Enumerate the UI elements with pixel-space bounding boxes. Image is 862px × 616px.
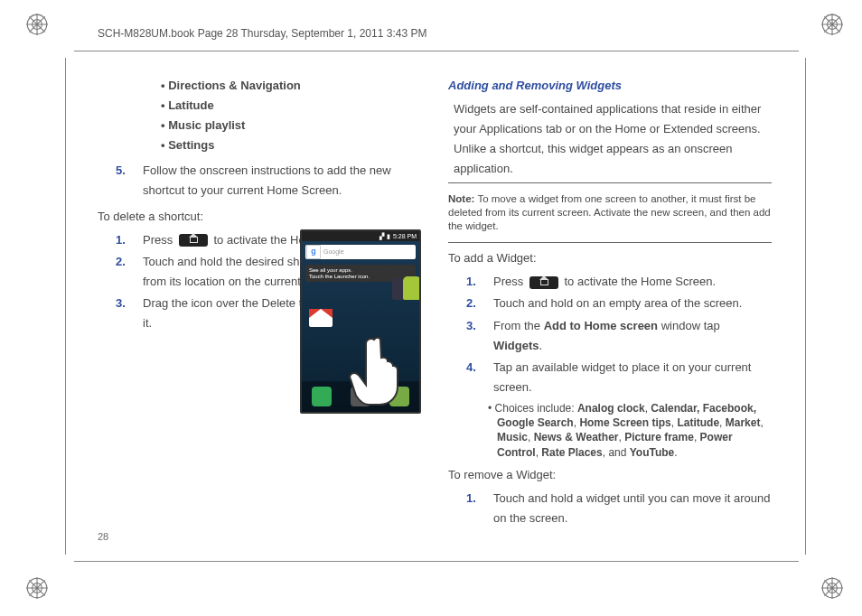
text-bold: YouTube — [630, 446, 675, 459]
home-key-icon — [529, 276, 558, 289]
crop-line — [65, 58, 66, 555]
home-key-icon — [179, 234, 208, 247]
step-number: 3. — [116, 294, 143, 333]
google-g-icon: g — [306, 245, 321, 259]
gmail-icon — [309, 309, 333, 327]
text-bold: Rate Places — [541, 446, 602, 459]
list-item: Music playlist — [161, 116, 421, 135]
text: . — [539, 339, 542, 352]
text: From the — [493, 319, 544, 332]
battery-icon: ▮ — [387, 231, 390, 242]
phone-screenshot: ▞ ▮ 5:28 PM g Google See all your apps. … — [300, 229, 421, 414]
step-number: 2. — [116, 252, 143, 292]
choices-bullet: Choices include: Analog clock, Calendar,… — [448, 401, 772, 460]
text: Press — [493, 275, 527, 288]
step-number: 5. — [116, 161, 143, 201]
pointing-hand-icon — [349, 334, 403, 406]
step-text: Press to activate the Home Screen. — [493, 272, 772, 292]
step-text: From the Add to Home screen window tap W… — [493, 316, 772, 356]
section-intro: Widgets are self-contained applications … — [448, 99, 772, 179]
step-text: Tap an available widget to place it on y… — [493, 358, 772, 397]
step-text: Touch and hold a widget until you can mo… — [493, 489, 772, 528]
page-body: Directions & Navigation Latitude Music p… — [98, 76, 772, 535]
android-robot-icon — [403, 276, 421, 300]
divider — [448, 182, 772, 183]
text-bold: Widgets — [493, 339, 539, 352]
step-number: 1. — [116, 230, 143, 250]
text: window tap — [658, 319, 720, 332]
note-block: Note: To move a widget from one screen t… — [448, 191, 772, 235]
add-step-4: 4. Tap an available widget to place it o… — [448, 358, 772, 397]
text: Choices include: — [495, 402, 577, 415]
step-number: 2. — [466, 294, 493, 313]
crop-mark-rosette — [820, 576, 844, 600]
text-bold: Add to Home screen — [544, 319, 658, 332]
add-step-1: 1. Press to activate the Home Screen. — [448, 272, 772, 292]
step-text: Follow the onscreen instructions to add … — [143, 161, 421, 201]
add-step-2: 2. Touch and hold on an empty area of th… — [448, 294, 772, 313]
add-step-3: 3. From the Add to Home screen window ta… — [448, 316, 772, 356]
dock-contacts-icon — [312, 387, 332, 406]
step-number: 1. — [466, 489, 493, 528]
search-placeholder: Google — [322, 247, 416, 257]
step-number: 4. — [466, 358, 493, 397]
list-item: Latitude — [161, 96, 421, 116]
text-bold: Analog clock — [577, 402, 645, 415]
remove-widget-intro: To remove a Widget: — [448, 465, 772, 485]
step-number: 3. — [466, 316, 493, 356]
text-bold: Home Screen tips — [579, 416, 670, 429]
text-bold: Music — [497, 431, 528, 443]
add-widget-intro: To add a Widget: — [448, 248, 772, 268]
text: Drag the icon over the Delete tab ( — [143, 296, 323, 310]
text-bold: Picture frame — [624, 431, 694, 443]
shortcut-bullet-list: Directions & Navigation Latitude Music p… — [98, 76, 421, 155]
status-bar: ▞ ▮ 5:28 PM — [302, 231, 419, 241]
crop-line — [805, 58, 806, 555]
page-header: SCH-M828UM.book Page 28 Thursday, Septem… — [98, 27, 426, 40]
tip-line: See all your apps. — [309, 267, 412, 274]
search-widget: g Google — [305, 245, 416, 259]
note-text: To move a widget from one screen to anot… — [448, 193, 771, 231]
section-heading: Adding and Removing Widgets — [448, 76, 772, 96]
crop-mark-rosette — [820, 13, 844, 36]
crop-line — [74, 561, 799, 562]
step-number: 1. — [466, 272, 493, 292]
page-number: 28 — [98, 531, 108, 542]
step-text: Touch and hold on an empty area of the s… — [493, 294, 772, 313]
crop-line — [74, 51, 799, 51]
signal-icon: ▞ — [379, 231, 384, 242]
text-bold: News & Weather — [534, 431, 619, 443]
remove-step-1: 1. Touch and hold a widget until you can… — [448, 489, 772, 528]
note-label: Note: — [448, 193, 474, 204]
right-column: Adding and Removing Widgets Widgets are … — [448, 76, 772, 535]
status-time: 5:28 PM — [393, 231, 417, 242]
text-bold: Market — [726, 416, 761, 429]
crop-mark-rosette — [25, 576, 49, 600]
list-item: Settings — [161, 135, 421, 155]
text-bold: Latitude — [677, 416, 719, 429]
left-column: Directions & Navigation Latitude Music p… — [98, 76, 421, 535]
divider — [448, 242, 772, 243]
text: to activate the Home Screen. — [564, 275, 716, 288]
text: Press — [143, 233, 176, 247]
delete-shortcut-intro: To delete a shortcut: — [98, 207, 421, 227]
crop-mark-rosette — [25, 13, 49, 36]
list-item: Directions & Navigation — [161, 76, 421, 96]
step-5: 5. Follow the onscreen instructions to a… — [98, 161, 421, 201]
